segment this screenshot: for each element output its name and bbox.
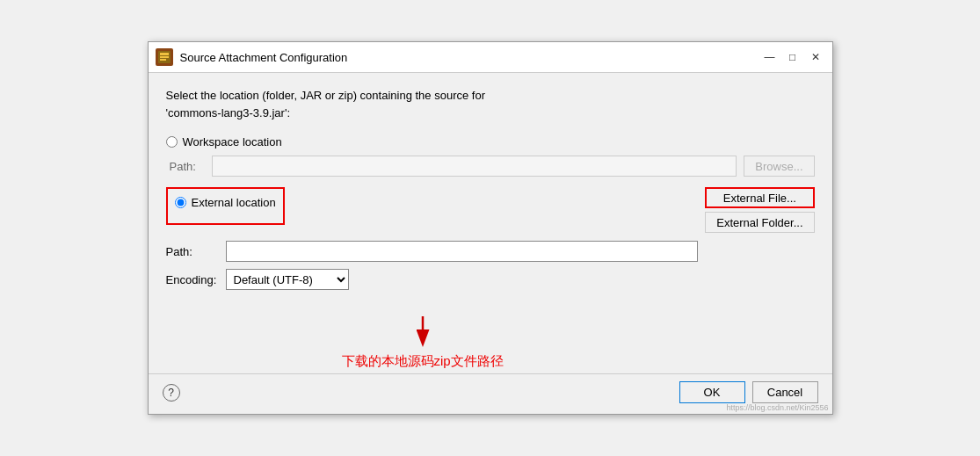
description-line2: 'commons-lang3-3.9.jar': — [166, 105, 815, 122]
external-path-input[interactable] — [226, 241, 699, 262]
encoding-label: Encoding: — [166, 273, 219, 286]
arrow-icon — [396, 315, 449, 350]
external-section-container: External location Path: Encoding: Defaul… — [166, 187, 815, 290]
description-line1: Select the location (folder, JAR or zip)… — [166, 87, 815, 105]
workspace-path-label: Path: — [170, 160, 205, 173]
cancel-button[interactable]: Cancel — [752, 381, 818, 403]
workspace-radio-label[interactable]: Workspace location — [183, 135, 282, 148]
description: Select the location (folder, JAR or zip)… — [166, 87, 815, 121]
annotation-text: 下载的本地源码zip文件路径 — [342, 353, 504, 370]
title-bar: Source Attachment Configuration — □ ✕ — [149, 42, 832, 73]
close-button[interactable]: ✕ — [806, 47, 825, 67]
external-location-box: External location — [166, 187, 285, 225]
workspace-path-row: Path: Browse... — [166, 156, 815, 177]
ok-button[interactable]: OK — [679, 381, 745, 403]
window-controls: — □ ✕ — [760, 47, 825, 67]
external-path-row: Path: — [166, 241, 699, 262]
workspace-section: Workspace location Path: Browse... — [166, 135, 815, 177]
maximize-button[interactable]: □ — [783, 47, 802, 67]
annotation-area: 下载的本地源码zip文件路径 — [149, 304, 832, 370]
source-attachment-dialog: Source Attachment Configuration — □ ✕ Se… — [148, 41, 833, 415]
external-section-body: Path: Encoding: Default (UTF-8) UTF-8 GB… — [166, 241, 699, 290]
external-folder-button[interactable]: External Folder... — [705, 212, 814, 233]
external-radio-row: External location — [175, 196, 276, 209]
dialog-body: Select the location (folder, JAR or zip)… — [149, 73, 832, 304]
workspace-browse-button: Browse... — [744, 156, 814, 177]
workspace-path-input[interactable] — [212, 156, 737, 177]
dialog-title: Source Attachment Configuration — [180, 51, 753, 64]
workspace-radio[interactable] — [166, 136, 178, 148]
external-buttons: External File... External Folder... — [705, 187, 814, 233]
external-file-button[interactable]: External File... — [705, 187, 814, 208]
footer-buttons: OK Cancel — [679, 381, 818, 403]
help-icon[interactable]: ? — [163, 384, 180, 402]
arrow-annotation: 下载的本地源码zip文件路径 — [342, 315, 504, 370]
svg-rect-2 — [160, 56, 169, 58]
workspace-radio-row: Workspace location — [166, 135, 815, 148]
encoding-select[interactable]: Default (UTF-8) UTF-8 GBK ISO-8859-1 — [226, 269, 349, 290]
external-radio-label[interactable]: External location — [192, 196, 276, 209]
svg-rect-1 — [160, 53, 169, 55]
external-path-label: Path: — [166, 245, 219, 258]
external-section-left: External location Path: Encoding: Defaul… — [166, 187, 699, 290]
minimize-button[interactable]: — — [760, 47, 780, 67]
watermark: https://blog.csdn.net/Kin2556 — [726, 403, 828, 412]
external-radio[interactable] — [175, 197, 186, 208]
encoding-row: Encoding: Default (UTF-8) UTF-8 GBK ISO-… — [166, 269, 699, 290]
dialog-icon — [156, 48, 173, 66]
svg-rect-3 — [160, 59, 166, 61]
